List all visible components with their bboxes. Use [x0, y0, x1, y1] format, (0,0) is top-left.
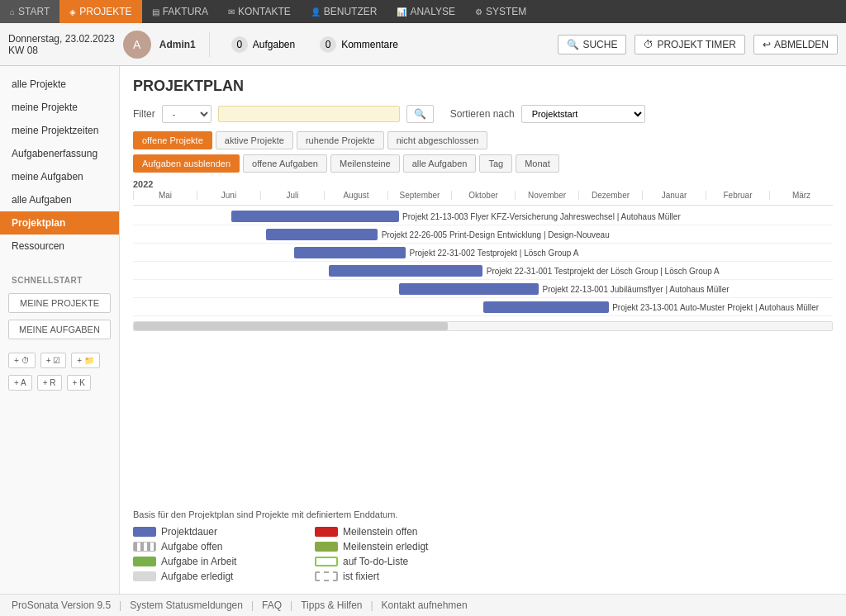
- search-button[interactable]: 🔍 SUCHE: [558, 35, 626, 54]
- tab-aufgaben-ausblenden[interactable]: Aufgaben ausblenden: [133, 154, 240, 173]
- schnellstart-label: SCHNELLSTART: [0, 271, 119, 290]
- gantt-bar[interactable]: [266, 229, 378, 240]
- gantt-bar-label: Projekt 22-26-005 Print-Design Entwicklu…: [382, 230, 610, 239]
- sidebar: alle Projekte meine Projekte meine Proje…: [0, 66, 120, 594]
- tab-nicht-abgeschlossen[interactable]: nicht abgeschlossen: [387, 131, 488, 149]
- legend-label: Meilenstein erledigt: [343, 541, 428, 552]
- gantt-row: Projekt 22-31-002 Testprojekt | Lösch Gr…: [133, 244, 833, 262]
- main-content: PROJEKTPLAN Filter - 🔍 Sortieren nach Pr…: [120, 66, 846, 594]
- avatar: A: [123, 31, 151, 59]
- add-folder-button[interactable]: + 📁: [71, 353, 100, 368]
- gantt-bar[interactable]: [399, 283, 539, 295]
- legend-item: ist fixiert: [315, 571, 480, 582]
- gantt-bar[interactable]: [329, 265, 482, 277]
- faktura-icon: ▤: [152, 7, 159, 17]
- footer-link-kontakt[interactable]: Kontakt aufnehmen: [382, 599, 468, 611]
- gantt-year: 2022: [133, 179, 153, 189]
- page-title: PROJEKTPLAN: [133, 78, 833, 95]
- add-r-button[interactable]: + R: [37, 375, 62, 391]
- add-task-button[interactable]: + ☑: [40, 353, 67, 368]
- legend-color-box: [133, 527, 156, 537]
- legend-color-box: [315, 527, 338, 537]
- tab-ruhende-projekte[interactable]: ruhende Projekte: [297, 131, 384, 149]
- quick-meine-projekte[interactable]: MEINE PROJEKTE: [8, 293, 111, 313]
- sidebar-item-ressourcen[interactable]: Ressourcen: [0, 235, 119, 258]
- quick-icons-row1: + ⏱ + ☑ + 📁: [0, 349, 119, 372]
- legend-grid: ProjektdauerMeilenstein offenAufgabe off…: [133, 526, 833, 582]
- nav-start[interactable]: ⌂ START: [0, 0, 59, 23]
- footer-link-faq[interactable]: FAQ: [262, 599, 282, 611]
- nav-benutzer[interactable]: 👤 BENUTZER: [301, 0, 387, 23]
- aufgaben-button[interactable]: 0 Aufgaben: [223, 33, 303, 56]
- user-name: Admin1: [159, 39, 196, 50]
- logout-button[interactable]: ↩ ABMELDEN: [753, 35, 838, 54]
- tab-alle-aufgaben[interactable]: alle Aufgaben: [403, 154, 477, 173]
- kommentare-button[interactable]: 0 Kommentare: [311, 33, 406, 56]
- filter-row: Filter - 🔍 Sortieren nach Projektstart: [133, 105, 833, 123]
- kommentare-label: Kommentare: [341, 39, 398, 50]
- filter-label: Filter: [133, 108, 155, 120]
- search-icon: 🔍: [567, 39, 579, 50]
- filter-select[interactable]: -: [162, 105, 212, 123]
- sidebar-item-alle-projekte[interactable]: alle Projekte: [0, 73, 119, 96]
- nav-kontakte[interactable]: ✉ KONTAKTE: [218, 0, 301, 23]
- tab-meilensteine[interactable]: Meilensteine: [330, 154, 400, 173]
- tab-aktive-projekte[interactable]: aktive Projekte: [216, 131, 293, 149]
- gantt-month-august: August: [324, 191, 387, 200]
- gantt-month-oktober: Oktober: [451, 191, 515, 200]
- gantt-month-mai: Mai: [133, 191, 197, 200]
- gantt-bar[interactable]: [231, 211, 399, 222]
- gantt-chart: 2022 MaiJuniJuliAugustSeptemberOktoberNo…: [133, 179, 833, 501]
- gantt-row: Projekt 21-13-003 Flyer KFZ-Versicherung…: [133, 207, 833, 225]
- add-k-button[interactable]: + K: [67, 375, 91, 391]
- sidebar-item-aufgabenerfassung[interactable]: Aufgabenerfassung: [0, 142, 119, 165]
- gantt-scroll-thumb[interactable]: [134, 322, 448, 330]
- tab-tag[interactable]: Tag: [479, 154, 512, 173]
- tab-monat[interactable]: Monat: [516, 154, 559, 173]
- gantt-bar[interactable]: [483, 301, 609, 313]
- tab-offene-projekte[interactable]: offene Projekte: [133, 131, 212, 149]
- legend-color-box: [315, 542, 338, 552]
- sidebar-item-projektplan[interactable]: Projektplan: [0, 211, 119, 235]
- gantt-scrollbar[interactable]: [133, 321, 833, 331]
- gantt-month-juli: Juli: [260, 191, 324, 200]
- footer-link-status[interactable]: System Statusmeldungen: [130, 599, 243, 611]
- divider: [209, 32, 210, 57]
- search-go-button[interactable]: 🔍: [406, 105, 434, 123]
- aufgaben-label: Aufgaben: [253, 39, 295, 50]
- gantt-month-februar: Februar: [706, 191, 769, 200]
- legend-item: Meilenstein offen: [315, 526, 480, 538]
- legend-color-box: [133, 557, 156, 566]
- timer-button[interactable]: ⏱ PROJEKT TIMER: [634, 35, 745, 54]
- add-time-button[interactable]: + ⏱: [8, 353, 36, 368]
- nav-projekte[interactable]: ◈ PROJEKTE: [59, 0, 141, 23]
- nav-analyse[interactable]: 📊 ANALYSE: [387, 0, 464, 23]
- gantt-bar-label: Projekt 21-13-003 Flyer KFZ-Versicherung…: [402, 211, 681, 220]
- legend-label: auf To-do-Liste: [343, 556, 408, 567]
- legend-label: Aufgabe offen: [161, 541, 223, 552]
- nav-system[interactable]: ⚙ SYSTEM: [465, 0, 536, 23]
- nav-faktura[interactable]: ▤ FAKTURA: [142, 0, 218, 23]
- gantt-bar[interactable]: [294, 247, 406, 258]
- gantt-month-märz: März: [769, 191, 833, 200]
- project-filter-tabs: offene Projekte aktive Projekte ruhende …: [133, 131, 833, 149]
- gantt-month-september: September: [387, 191, 451, 200]
- date-block: Donnerstag, 23.02.2023 KW 08: [8, 33, 115, 56]
- gantt-rows: Projekt 21-13-003 Flyer KFZ-Versicherung…: [133, 207, 833, 316]
- sidebar-item-meine-projektzeiten[interactable]: meine Projektzeiten: [0, 119, 119, 142]
- search-input[interactable]: [218, 106, 400, 122]
- sidebar-item-meine-aufgaben[interactable]: meine Aufgaben: [0, 165, 119, 188]
- date-label: Donnerstag, 23.02.2023: [8, 33, 115, 45]
- tab-offene-aufgaben[interactable]: offene Aufgaben: [243, 154, 327, 173]
- gantt-month-januar: Januar: [642, 191, 706, 200]
- sidebar-item-meine-projekte[interactable]: meine Projekte: [0, 96, 119, 119]
- footer-link-tipps[interactable]: Tipps & Hilfen: [301, 599, 362, 611]
- gantt-bar-label: Projekt 22-31-002 Testprojekt | Lösch Gr…: [410, 248, 579, 257]
- gantt-bar-label: Projekt 22-31-001 Testprojekt der Lösch …: [487, 266, 720, 275]
- add-a-button[interactable]: + A: [8, 375, 32, 391]
- sort-select[interactable]: Projektstart: [521, 105, 645, 123]
- gantt-month-november: November: [515, 191, 578, 200]
- sidebar-item-alle-aufgaben[interactable]: alle Aufgaben: [0, 188, 119, 211]
- projekte-icon: ◈: [69, 7, 76, 17]
- quick-meine-aufgaben[interactable]: MEINE AUFGABEN: [8, 320, 111, 339]
